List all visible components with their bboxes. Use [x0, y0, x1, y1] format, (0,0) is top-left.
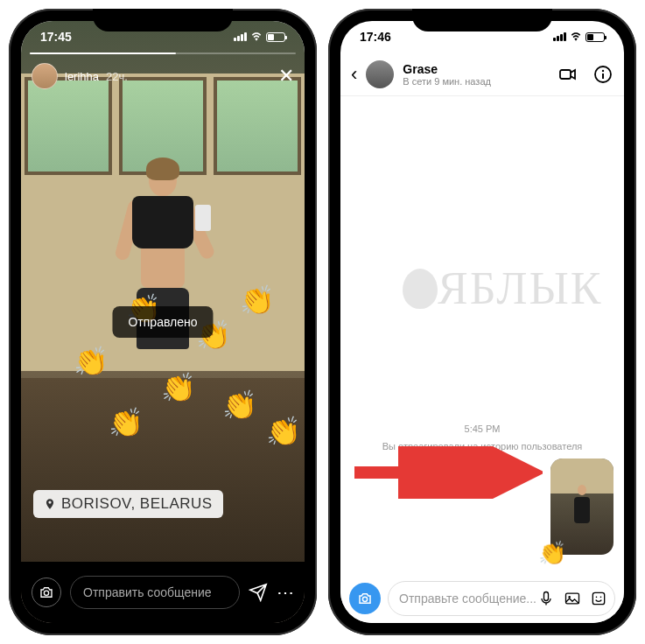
message-input[interactable]: Отправьте сообщение...: [388, 581, 615, 616]
back-icon[interactable]: ‹: [351, 63, 357, 86]
sent-toast: Отправлено: [112, 306, 213, 338]
story-screen: 👏 👏 👏 👏 👏 👏 👏 👏 17:45 lerihha 22ч. ✕ Отп…: [21, 21, 305, 623]
dm-screen: 17:46 ‹ Grase В сети 9 мин. назад 5:45 P…: [340, 21, 624, 623]
clap-emoji: 👏: [222, 388, 257, 422]
input-placeholder: Отправьте сообщение...: [399, 592, 536, 606]
story-reply-thumb[interactable]: 👏: [550, 458, 613, 555]
svg-point-3: [602, 69, 604, 71]
svg-point-0: [44, 591, 48, 595]
svg-point-5: [362, 597, 367, 601]
story-time: 22ч.: [106, 70, 128, 83]
avatar[interactable]: [366, 60, 394, 88]
dm-header: ‹ Grase В сети 9 мин. назад: [340, 52, 624, 96]
dm-body[interactable]: 5:45 PM Вы отреагировали на историю поль…: [340, 96, 624, 570]
svg-rect-9: [592, 592, 604, 604]
svg-rect-1: [560, 70, 571, 79]
dm-username: Grase: [403, 62, 549, 76]
dm-status: В сети 9 мин. назад: [403, 76, 549, 87]
clap-emoji: 👏: [266, 415, 301, 448]
status-time: 17:45: [40, 30, 72, 44]
signal-icon: [553, 32, 566, 41]
svg-rect-6: [544, 592, 549, 601]
annotation-arrow: [350, 446, 543, 499]
svg-point-10: [596, 597, 598, 598]
story-footer: Отправить сообщение ⋯: [21, 562, 305, 623]
clap-emoji: 👏: [109, 406, 144, 439]
signal-icon: [234, 32, 247, 41]
svg-point-11: [600, 597, 602, 598]
notch: [93, 9, 233, 32]
wifi-icon: [250, 31, 263, 43]
clap-emoji: 👏: [161, 371, 196, 404]
camera-icon: [39, 584, 54, 600]
battery-icon: [266, 32, 285, 42]
info-icon[interactable]: [592, 64, 613, 85]
location-tag[interactable]: BORISOV, BELARUS: [33, 490, 223, 518]
user-block[interactable]: Grase В сети 9 мин. назад: [403, 62, 549, 87]
sticker-icon[interactable]: [590, 590, 607, 607]
status-time: 17:46: [360, 30, 391, 44]
story-header: lerihha 22ч. ✕: [21, 56, 305, 96]
image-icon[interactable]: [564, 590, 581, 607]
battery-icon: [585, 32, 605, 42]
clap-emoji: 👏: [74, 345, 109, 378]
notch: [412, 9, 552, 32]
reaction-emoji: 👏: [538, 540, 566, 567]
location-pin-icon: [44, 498, 56, 510]
camera-button[interactable]: [349, 583, 381, 614]
phone-left: 👏 👏 👏 👏 👏 👏 👏 👏 17:45 lerihha 22ч. ✕ Отп…: [9, 9, 317, 635]
mic-icon[interactable]: [537, 590, 555, 607]
message-input[interactable]: Отправить сообщение: [70, 576, 240, 609]
more-icon[interactable]: ⋯: [277, 582, 294, 603]
send-icon[interactable]: [249, 583, 268, 602]
camera-icon: [357, 591, 373, 606]
story-username[interactable]: lerihha: [65, 70, 99, 83]
video-call-icon[interactable]: [557, 64, 578, 85]
clap-emoji: 👏: [240, 284, 275, 317]
location-text: BORISOV, BELARUS: [61, 495, 213, 513]
svg-rect-4: [602, 74, 604, 79]
dm-footer: Отправьте сообщение...: [340, 574, 624, 623]
story-progress: [30, 52, 296, 54]
wifi-icon: [570, 31, 582, 43]
input-placeholder: Отправить сообщение: [83, 585, 212, 599]
avatar[interactable]: [32, 63, 58, 89]
message-timestamp: 5:45 PM: [351, 424, 613, 434]
camera-button[interactable]: [32, 578, 61, 607]
phone-right: 17:46 ‹ Grase В сети 9 мин. назад 5:45 P…: [328, 9, 636, 635]
close-icon[interactable]: ✕: [278, 65, 294, 88]
